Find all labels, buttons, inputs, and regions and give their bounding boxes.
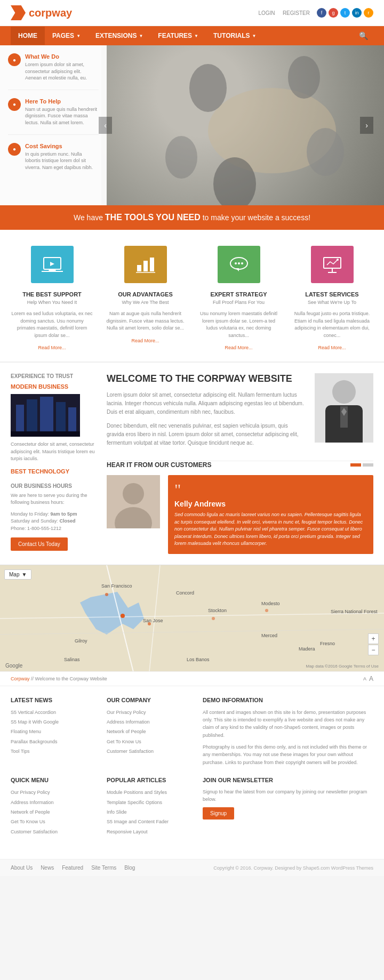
hero-card-3-title: Cost Savings <box>25 143 99 149</box>
nav-features[interactable]: FEATURES ▼ <box>150 27 206 45</box>
chevron-down-icon: ▼ <box>76 34 81 38</box>
map-type-selector[interactable]: Map ▼ <box>4 569 31 580</box>
business-hours-text: We are here to serve you during the foll… <box>11 492 96 507</box>
footer-link[interactable]: Floating Menu <box>11 728 96 735</box>
footer-bottom-link-featured[interactable]: Featured <box>62 865 83 871</box>
feature-services-link[interactable]: Read More... <box>318 345 346 350</box>
footer-link[interactable]: Parallax Backgrounds <box>11 738 96 745</box>
about-main-para2: Donec bibendum, elit nec venenatis pulvi… <box>107 422 307 447</box>
footer-link[interactable]: Our Privacy Policy <box>107 709 192 716</box>
register-link[interactable]: REGISTER <box>283 10 310 16</box>
footer-link[interactable]: Module Positions and Styles <box>107 789 192 796</box>
feature-advantages-text: Nam at augue quis nulla hendrerit dignis… <box>104 310 187 332</box>
svg-text:Los Banos: Los Banos <box>187 657 210 662</box>
about-main-para1: Lorem ipsum dolor sit amet, consectetur … <box>107 391 307 416</box>
footer-link[interactable]: S5 Image and Content Fader <box>107 818 192 825</box>
map-background: San Francisco San Jose Stockton Modesto … <box>0 565 384 671</box>
footer-link[interactable]: S5 Map it With Google <box>11 718 96 726</box>
zoom-out-button[interactable]: − <box>368 645 379 655</box>
footer-link[interactable]: Network of People <box>11 808 96 816</box>
feature-strategy-subtitle: Full Proof Plans For You <box>197 300 280 305</box>
footer-bottom-link-siteterms[interactable]: Site Terms <box>91 865 116 871</box>
feature-support-title: THE BEST SUPPORT <box>11 291 93 298</box>
newsletter-text: Signup to hear the latest from our compa… <box>203 789 373 803</box>
feature-advantages: OUR ADVANTAGES Why We Are The Best Nam a… <box>104 246 187 351</box>
header: corpway LOGIN REGISTER f g t in r <box>0 0 384 26</box>
about-sidebar: EXPERIENCE TO TRUST MODERN BUSINESS Cons… <box>11 373 96 554</box>
presentation-icon <box>322 255 343 274</box>
hero-image <box>101 45 384 205</box>
svg-rect-26 <box>40 397 53 437</box>
footer-bottom-link-about[interactable]: About Us <box>11 865 33 871</box>
svg-point-45 <box>121 614 125 618</box>
testimonial-dots <box>350 463 373 467</box>
linkedin-icon[interactable]: in <box>352 8 362 18</box>
dot-inactive[interactable] <box>363 463 373 467</box>
cta-bar: We have THE TOOLS YOU NEED to make your … <box>0 205 384 230</box>
chevron-down-icon: ▼ <box>139 34 143 38</box>
login-link[interactable]: LOGIN <box>258 10 275 16</box>
footer-link[interactable]: Get To Know Us <box>107 738 192 745</box>
demo-info-text: All content and images shown on this sit… <box>203 709 373 740</box>
hero-prev-button[interactable]: ‹ <box>99 117 112 134</box>
svg-rect-11 <box>143 261 148 271</box>
footer-link[interactable]: Tool Tips <box>11 748 96 755</box>
modern-business-label: MODERN BUSINESS <box>11 383 96 390</box>
newsletter-form: Signup <box>203 807 373 820</box>
footer-link[interactable]: S5 Vertical Accordion <box>11 709 96 716</box>
footer-link[interactable]: Customer Satisfaction <box>11 828 96 836</box>
svg-text:Concord: Concord <box>176 590 194 596</box>
chevron-down-icon: ▼ <box>21 572 27 577</box>
footer-link[interactable]: Info Slide <box>107 808 192 816</box>
social-icons: f g t in r <box>317 8 373 18</box>
nav-extensions[interactable]: EXTENSIONS ▼ <box>88 27 150 45</box>
nav-tutorials[interactable]: TUTORIALS ▼ <box>206 27 263 45</box>
hero-card-1-title: What We Do <box>25 53 99 60</box>
footer-bottom-link-news[interactable]: News <box>41 865 54 871</box>
svg-text:Stockton: Stockton <box>208 608 227 613</box>
nav-home[interactable]: HOME <box>11 27 45 45</box>
rss-icon[interactable]: r <box>364 8 373 18</box>
footer-link[interactable]: Responsive Layout <box>107 828 192 836</box>
nav-pages[interactable]: PAGES ▼ <box>45 27 88 45</box>
feature-advantages-link[interactable]: Read More... <box>131 338 159 343</box>
breadcrumb-home[interactable]: Corpway <box>11 676 30 681</box>
footer-bottom-link-blog[interactable]: Blog <box>124 865 135 871</box>
footer-link[interactable]: Customer Satisfaction <box>107 748 192 755</box>
facebook-icon[interactable]: f <box>317 8 326 18</box>
hero-next-button[interactable]: › <box>360 117 373 134</box>
font-small-button[interactable]: A <box>363 676 366 681</box>
zoom-in-button[interactable]: + <box>368 633 379 644</box>
about-main: WELCOME TO THE CORPWAY WEBSITE Lorem ips… <box>107 373 373 554</box>
testimonial-image <box>107 475 160 528</box>
footer-link[interactable]: Get To Know Us <box>11 818 96 825</box>
footer-link[interactable]: Address Information <box>11 799 96 806</box>
logo[interactable]: corpway <box>11 5 72 20</box>
footer-link[interactable]: Address Information <box>107 718 192 726</box>
footer-quick-menu: QUICK MENU Our Privacy Policy Address In… <box>11 777 96 838</box>
feature-support-link[interactable]: Read More... <box>38 345 66 350</box>
feature-strategy-title: EXPERT STRATEGY <box>197 291 280 298</box>
font-large-button[interactable]: A <box>369 675 373 682</box>
chat-icon <box>228 255 250 274</box>
footer-link[interactable]: Network of People <box>107 728 192 735</box>
svg-rect-29 <box>11 431 80 437</box>
map-terms: Map data ©2016 Google Terms of Use <box>306 664 379 669</box>
twitter-icon[interactable]: t <box>340 8 350 18</box>
schedule-text: Monday to Friday: 9am to 5pmSaturday and… <box>11 511 96 533</box>
breadcrumb-separator: // <box>31 676 35 681</box>
contact-us-button[interactable]: Contact Us Today <box>11 537 68 551</box>
hero-card-3: ● Cost Savings In quis pretium nunc. Nul… <box>8 143 99 171</box>
hero-section: ● What We Do Lorem ipsum dolor sit amet,… <box>0 45 384 205</box>
footer-link[interactable]: Template Specific Options <box>107 799 192 806</box>
newsletter-signup-button[interactable]: Signup <box>203 807 234 820</box>
footer-link[interactable]: Our Privacy Policy <box>11 789 96 796</box>
hero-card-1: ● What We Do Lorem ipsum dolor sit amet,… <box>8 53 99 82</box>
search-icon[interactable]: 🔍 <box>354 26 373 45</box>
testimonial-box: " Kelly Andrews Sed commodo ligula ac ma… <box>107 475 373 554</box>
dot-active[interactable] <box>350 463 361 467</box>
feature-strategy-link[interactable]: Read More... <box>225 345 252 350</box>
googleplus-icon[interactable]: g <box>329 8 338 18</box>
svg-point-1 <box>189 64 227 112</box>
demo-info-text2: Photography is used for this demo only, … <box>203 743 373 766</box>
